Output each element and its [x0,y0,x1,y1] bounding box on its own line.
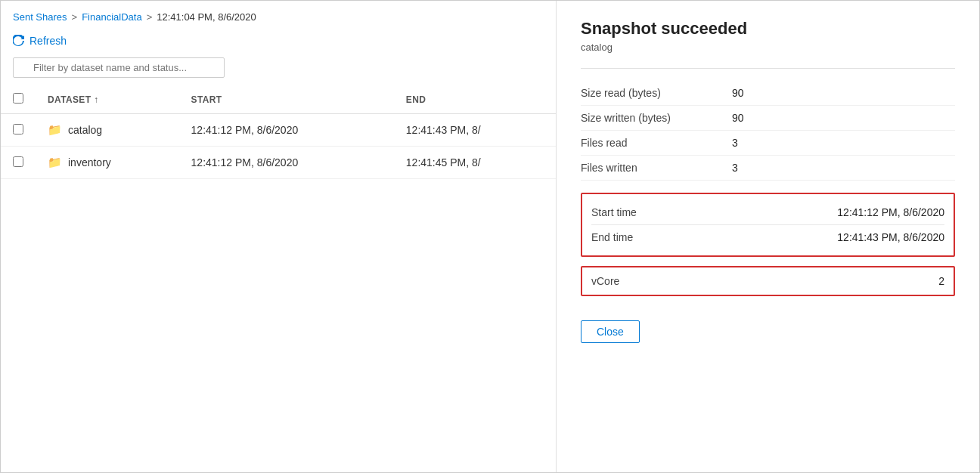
stat-label-0: Size read (bytes) [581,81,732,106]
stat-label-1: Size written (bytes) [581,106,732,131]
folder-icon-0: 📁 [48,123,62,137]
snapshot-subtitle: catalog [581,42,955,53]
right-panel: Snapshot succeeded catalog Size read (by… [557,1,979,472]
stat-label-3: Files written [581,156,732,181]
toolbar: Refresh [1,27,556,57]
row-checkbox-0[interactable] [13,124,23,134]
folder-icon-1: 📁 [48,156,62,169]
vcore-label: vCore [591,275,619,287]
stat-label-2: Files read [581,131,732,156]
row-name-0: catalog [68,124,102,136]
breadcrumb-sep-2: > [147,11,153,23]
select-all-checkbox[interactable] [13,93,23,104]
col-end: END [394,85,556,114]
stat-value-2: 3 [732,131,955,156]
breadcrumb: Sent Shares > FinancialData > 12:41:04 P… [1,1,556,27]
stat-value-1: 90 [732,106,955,131]
search-input[interactable] [13,57,225,78]
refresh-label: Refresh [29,35,67,47]
refresh-button[interactable]: Refresh [13,32,73,50]
stat-value-0: 90 [732,81,955,106]
row-start-0: 12:41:12 PM, 8/6/2020 [179,114,394,147]
dataset-table: DATASET ↑ START END 📁 catalog 12:41:12 P… [1,85,556,472]
close-button[interactable]: Close [581,320,640,343]
vcore-box: vCore 2 [581,266,955,296]
table-row[interactable]: 📁 inventory 12:41:12 PM, 8/6/2020 12:41:… [1,147,556,179]
divider-top [581,68,955,69]
select-all-header[interactable] [1,85,36,114]
row-end-1: 12:41:45 PM, 8/ [394,147,556,179]
row-start-1: 12:41:12 PM, 8/6/2020 [179,147,394,179]
start-time-row: Start time 12:41:12 PM, 8/6/2020 [591,202,944,223]
stat-value-3: 3 [732,156,955,181]
breadcrumb-financial-data[interactable]: FinancialData [82,11,142,23]
start-time-value: 12:41:12 PM, 8/6/2020 [837,206,944,218]
time-divider [591,224,944,225]
breadcrumb-sent-shares[interactable]: Sent Shares [13,11,67,23]
row-end-0: 12:41:43 PM, 8/ [394,114,556,147]
end-time-row: End time 12:41:43 PM, 8/6/2020 [591,227,944,248]
stat-row: Size read (bytes) 90 [581,81,955,106]
snapshot-title: Snapshot succeeded [581,19,955,39]
refresh-icon [13,35,25,47]
end-time-value: 12:41:43 PM, 8/6/2020 [837,231,944,243]
search-wrapper: 🔍 [13,57,225,78]
row-checkbox-1[interactable] [13,156,23,167]
col-start: START [179,85,394,114]
left-panel: Sent Shares > FinancialData > 12:41:04 P… [1,1,557,472]
time-highlight-box: Start time 12:41:12 PM, 8/6/2020 End tim… [581,193,955,257]
stats-table: Size read (bytes) 90 Size written (bytes… [581,81,955,181]
search-bar: 🔍 [1,57,556,85]
end-time-label: End time [591,231,633,243]
start-time-label: Start time [591,206,637,218]
col-dataset: DATASET ↑ [36,85,179,114]
stat-row: Files read 3 [581,131,955,156]
breadcrumb-sep-1: > [72,11,78,23]
breadcrumb-timestamp: 12:41:04 PM, 8/6/2020 [157,11,256,23]
vcore-value: 2 [938,275,944,287]
stat-row: Files written 3 [581,156,955,181]
stat-row: Size written (bytes) 90 [581,106,955,131]
table-row[interactable]: 📁 catalog 12:41:12 PM, 8/6/2020 12:41:43… [1,114,556,147]
row-name-1: inventory [68,156,111,168]
